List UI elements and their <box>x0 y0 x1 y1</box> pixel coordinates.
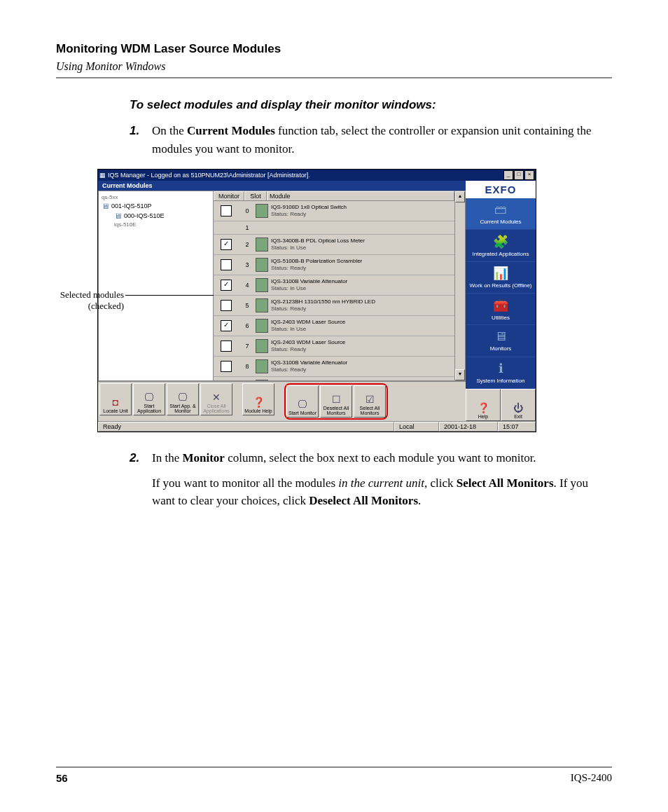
scroll-up-button[interactable]: ▲ <box>455 191 465 202</box>
status-ready: Ready <box>98 422 394 432</box>
monitor-checkbox[interactable] <box>221 361 232 372</box>
monitor-cell[interactable]: ✓ <box>214 280 239 291</box>
module-icon <box>256 319 268 333</box>
monitor-cell[interactable]: ✓ <box>214 239 239 250</box>
unchecked-icon: ☐ <box>332 394 341 404</box>
module-row: 7IQS-2403 WDM Laser SourceStatus: Ready <box>214 336 454 357</box>
slot-cell: 2 <box>239 241 256 248</box>
callout-label: Selected modules(checked) <box>22 289 124 312</box>
module-cell[interactable]: IQS-3100B Variable AttenuatorStatus: In … <box>256 278 454 292</box>
window-titlebar: ▦ IQS Manager - Logged on as 510PNUM23\A… <box>98 170 536 181</box>
module-list-header: Monitor Slot Module <box>214 191 454 201</box>
col-monitor[interactable]: Monitor <box>214 191 244 200</box>
monitor-checkbox[interactable]: ✓ <box>221 239 232 250</box>
module-status: Status: In Use <box>271 245 365 252</box>
step-text: In the Monitor column, select the box ne… <box>152 449 612 467</box>
unit-tree[interactable]: qs-5xx 🖥001-IQS-510P 🖥000-IQS-510E iqs-5… <box>99 191 214 380</box>
nav-work-results[interactable]: 📊Work on Results (Offline) <box>466 262 536 294</box>
monitor-cell[interactable] <box>214 259 239 270</box>
close-icon: ✕ <box>212 392 221 402</box>
deselect-all-monitors-button[interactable]: ☐Deselect All Monitors <box>320 385 352 418</box>
minimize-button[interactable]: _ <box>503 170 513 180</box>
module-name: IQS-3100B Variable Attenuator <box>271 278 347 285</box>
monitor-cell[interactable] <box>214 340 239 352</box>
tree-item[interactable]: 🖥001-IQS-510P <box>102 202 210 210</box>
help-icon: ❓ <box>478 403 489 413</box>
status-date: 2001-12-18 <box>439 422 498 432</box>
module-icon <box>256 278 268 292</box>
slot-cell: 6 <box>239 322 256 329</box>
module-cell[interactable]: IQS-2403 WDM Laser SourceStatus: In Use <box>256 319 454 333</box>
module-text: IQS-3100B Variable AttenuatorStatus: Rea… <box>271 359 347 373</box>
procedure-title: To select modules and display their moni… <box>130 98 612 112</box>
nav-utilities[interactable]: 🧰Utilities <box>466 294 536 325</box>
module-icon <box>256 258 268 272</box>
controller-icon: 🖥 <box>114 212 122 220</box>
callout-connector <box>125 295 214 296</box>
module-text: IQS-2403 WDM Laser SourceStatus: Ready <box>271 339 345 352</box>
monitor-checkbox[interactable] <box>221 259 232 270</box>
screenshot-figure: Selected modules(checked) ▦ IQS Manager … <box>97 169 612 432</box>
scrollbar[interactable]: ▲ ▼ <box>454 191 465 380</box>
module-icon <box>256 204 268 218</box>
module-cell[interactable]: IQS-5100B-B Polarization ScramblerStatus… <box>256 258 454 272</box>
monitor-cell[interactable]: ✓ <box>214 320 239 331</box>
start-app-monitor-icon: 🖵 <box>178 392 188 402</box>
scroll-down-button[interactable]: ▼ <box>455 369 465 380</box>
module-status: Status: Ready <box>271 346 345 353</box>
module-cell[interactable]: IQS-2403 WDM Laser SourceStatus: Ready <box>256 339 454 353</box>
monitor-checkbox[interactable]: ✓ <box>221 280 232 291</box>
module-cell[interactable]: IQS-2123BH 1310/1550 nm HYBRID LEDStatus… <box>256 298 454 312</box>
module-list: Monitor Slot Module 0IQS-9108D 1x8 Optic… <box>214 191 454 380</box>
module-help-button[interactable]: ❓Module Help <box>242 383 274 415</box>
monitor-checkbox[interactable] <box>221 340 232 352</box>
monitor-checkbox[interactable] <box>221 300 232 311</box>
nav-system-info[interactable]: ℹSystem Information <box>466 357 536 389</box>
nav-monitors[interactable]: 🖥Monitors <box>466 325 536 357</box>
power-icon: ⏻ <box>513 403 523 413</box>
monitor-checkbox[interactable] <box>221 205 232 216</box>
tree-item[interactable]: 🖥000-IQS-510E <box>114 212 210 220</box>
module-row: 1 <box>214 221 454 235</box>
close-button[interactable]: × <box>524 170 534 180</box>
col-slot[interactable]: Slot <box>244 191 267 200</box>
start-monitor-button[interactable]: 🖵Start Monitor <box>286 385 319 418</box>
module-name: IQS-2102BLC 1310 nm Laser <box>271 380 345 380</box>
header-rule <box>56 77 612 78</box>
module-status: Status: Ready <box>271 211 347 218</box>
maximize-button[interactable]: □ <box>514 170 524 180</box>
page-number: 56 <box>56 772 68 784</box>
module-status: Status: Ready <box>271 305 375 312</box>
module-cell[interactable]: IQS-3400B-B PDL Optical Loss MeterStatus… <box>256 238 454 252</box>
help-button[interactable]: ❓Help <box>466 389 501 421</box>
start-app-monitor-button[interactable]: 🖵Start App. & Monitor <box>167 383 199 415</box>
nav-sidebar: EXFO 🗃Current Modules 🧩Integrated Applic… <box>466 181 536 421</box>
bottom-toolbar: ◘Locate Unit 🖵Start Application 🖵Start A… <box>98 381 466 421</box>
module-cell[interactable]: IQS-3100B Variable AttenuatorStatus: Rea… <box>256 359 454 373</box>
monitor-cell[interactable] <box>214 361 239 372</box>
module-name: IQS-2403 WDM Laser Source <box>271 339 345 346</box>
checked-icon: ☑ <box>366 394 375 404</box>
monitor-cell[interactable] <box>214 205 239 216</box>
module-row: 5IQS-2123BH 1310/1550 nm HYBRID LEDStatu… <box>214 296 454 316</box>
module-cell[interactable]: IQS-9108D 1x8 Optical SwitchStatus: Read… <box>256 204 454 218</box>
monitor-checkbox[interactable]: ✓ <box>221 320 232 331</box>
select-all-monitors-button[interactable]: ☑Select All Monitors <box>354 385 386 418</box>
utilities-icon: 🧰 <box>493 298 508 313</box>
module-cell[interactable]: IQS-2102BLC 1310 nm LaserStatus: In Use <box>256 380 454 380</box>
module-text: IQS-2102BLC 1310 nm LaserStatus: In Use <box>271 380 345 380</box>
locate-unit-button[interactable]: ◘Locate Unit <box>99 383 132 415</box>
slot-cell: 7 <box>239 343 256 350</box>
help-icon: ❓ <box>253 397 265 407</box>
col-module[interactable]: Module <box>267 191 454 200</box>
start-app-button[interactable]: 🖵Start Application <box>133 383 165 415</box>
slot-cell: 8 <box>239 363 256 370</box>
nav-current-modules[interactable]: 🗃Current Modules <box>466 198 536 230</box>
monitor-cell[interactable] <box>214 300 239 311</box>
results-icon: 📊 <box>493 266 508 281</box>
close-all-apps-button: ✕Close All Applications <box>200 383 232 415</box>
exit-button[interactable]: ⏻Exit <box>501 389 536 421</box>
module-row: 3IQS-5100B-B Polarization ScramblerStatu… <box>214 255 454 275</box>
module-text: IQS-9108D 1x8 Optical SwitchStatus: Read… <box>271 204 347 217</box>
nav-integrated-apps[interactable]: 🧩Integrated Applications <box>466 230 536 261</box>
